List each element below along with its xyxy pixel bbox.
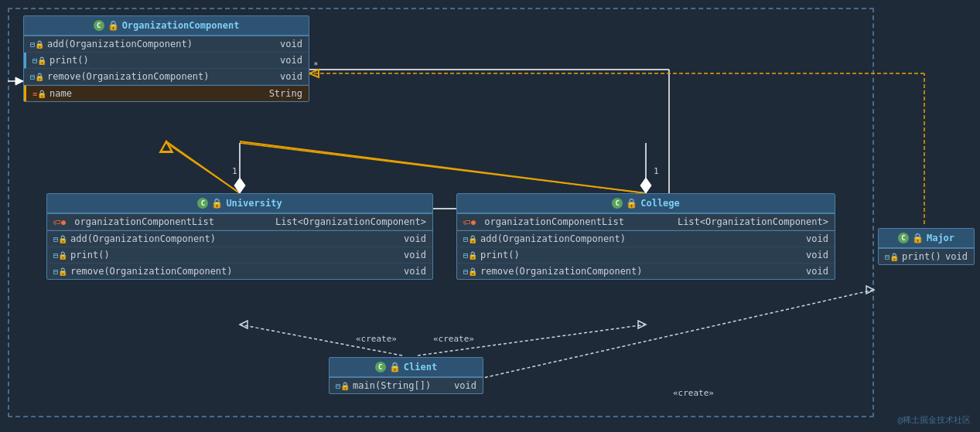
override-icon-remove-univ: ⊟🔒 <box>53 267 67 276</box>
field-type-name-oc: String <box>269 88 302 99</box>
list-icon-univ: 🏷● <box>53 218 66 226</box>
method-row-remove-univ: ⊟🔒 remove(OrganizationComponent) void <box>47 264 432 279</box>
create-label-2: «create» <box>433 334 474 344</box>
asterisk-label: * <box>313 60 319 70</box>
field-icon-name-oc: ≡🔒 <box>32 90 46 98</box>
field-label-list-college: organizationComponentList <box>479 216 674 227</box>
method-row-remove-oc: ⊟🔒 remove(OrganizationComponent) void <box>24 69 309 85</box>
class-header-major: C 🔒 Major <box>879 229 974 248</box>
override-icon-main-client: ⊟🔒 <box>336 382 350 390</box>
method-row-add-oc: ⊟🔒 add(OrganizationComponent) void <box>24 36 309 53</box>
method-label-add-college: add(OrganizationComponent) <box>480 233 803 244</box>
class-title-college: College <box>640 198 680 209</box>
method-label-main-client: main(String[]) <box>353 380 451 391</box>
class-icon-oc: C <box>94 20 104 31</box>
method-label-add-univ: add(OrganizationComponent) <box>70 233 401 244</box>
method-type-remove-univ: void <box>404 266 426 277</box>
class-college: C 🔒 College 🏷● organizationComponentList… <box>456 193 835 280</box>
method-row-print-major: ⊟🔒 print() void <box>879 248 974 264</box>
method-row-add-college: ⊟🔒 add(OrganizationComponent) void <box>457 230 835 247</box>
list-icon-college: 🏷● <box>463 218 476 226</box>
class-header-college: C 🔒 College <box>457 194 835 213</box>
class-organization-component: C 🔒 OrganizationComponent ⊟🔒 add(Organiz… <box>23 15 309 102</box>
class-header-client: C 🔒 Client <box>330 358 483 377</box>
field-row-list-univ: 🏷● organizationComponentList List<Organi… <box>47 213 432 230</box>
method-label-add-oc: add(OrganizationComponent) <box>47 39 277 49</box>
class-icon-univ: C <box>197 198 208 209</box>
one-label-2: 1 <box>654 166 659 176</box>
class-title-client: Client <box>404 362 437 372</box>
override-icon-print-major: ⊟🔒 <box>885 253 899 261</box>
lock-icon-univ: 🔒 <box>211 198 223 209</box>
lock-icon-oc: 🔒 <box>108 20 119 31</box>
method-label-print-oc: print() <box>50 55 277 66</box>
lock-icon-major: 🔒 <box>912 233 924 243</box>
override-icon-remove-college: ⊟🔒 <box>463 267 477 276</box>
create-label-1: «create» <box>356 334 397 344</box>
class-title-oc: OrganizationComponent <box>122 20 240 31</box>
watermark: @稀土掘金技术社区 <box>897 414 971 426</box>
method-label-remove-oc: remove(OrganizationComponent) <box>47 71 277 82</box>
diagram-container: * 1 1 «create» «create» «create» C 🔒 Org… <box>0 0 980 432</box>
override-icon-remove-oc: ⊟🔒 <box>30 73 44 81</box>
lock-icon-client: 🔒 <box>389 362 401 372</box>
method-type-main-client: void <box>454 380 476 391</box>
field-label-list-univ: organizationComponentList <box>69 216 272 227</box>
class-major: C 🔒 Major ⊟🔒 print() void <box>878 228 975 265</box>
method-type-add-oc: void <box>280 39 302 49</box>
method-label-print-univ: print() <box>70 250 401 260</box>
class-header-oc: C 🔒 OrganizationComponent <box>24 16 309 36</box>
field-type-list-college: List<OrganizationComponent> <box>678 216 828 227</box>
class-title-univ: University <box>226 198 282 209</box>
method-type-remove-oc: void <box>280 71 302 82</box>
field-type-list-univ: List<OrganizationComponent> <box>275 216 426 227</box>
class-icon-client: C <box>375 362 386 372</box>
field-label-name-oc: name <box>50 88 266 99</box>
method-label-remove-college: remove(OrganizationComponent) <box>480 266 803 277</box>
field-row-name-oc: ≡🔒 name String <box>24 85 309 101</box>
method-row-remove-college: ⊟🔒 remove(OrganizationComponent) void <box>457 264 835 279</box>
class-title-major: Major <box>927 233 954 243</box>
lock-icon-college: 🔒 <box>626 198 637 209</box>
method-label-print-college: print() <box>480 250 803 260</box>
class-university: C 🔒 University 🏷● organizationComponentL… <box>46 193 433 280</box>
method-row-print-univ: ⊟🔒 print() void <box>47 247 432 264</box>
create-label-3: «create» <box>673 388 714 398</box>
method-row-main-client: ⊟🔒 main(String[]) void <box>330 377 483 393</box>
method-row-print-college: ⊟🔒 print() void <box>457 247 835 264</box>
method-type-remove-college: void <box>806 266 828 277</box>
class-icon-major: C <box>898 233 909 243</box>
method-type-print-oc: void <box>280 55 302 66</box>
method-type-add-univ: void <box>404 233 426 244</box>
class-client: C 🔒 Client ⊟🔒 main(String[]) void <box>329 357 483 394</box>
one-label-1: 1 <box>232 166 237 176</box>
override-icon-print-univ: ⊟🔒 <box>53 251 67 260</box>
field-row-list-college: 🏷● organizationComponentList List<Organi… <box>457 213 835 230</box>
override-icon-print-oc: ⊟🔒 <box>32 56 46 65</box>
class-icon-college: C <box>612 198 623 209</box>
method-type-print-univ: void <box>404 250 426 260</box>
method-row-add-univ: ⊟🔒 add(OrganizationComponent) void <box>47 230 432 247</box>
method-type-print-college: void <box>806 250 828 260</box>
method-label-print-major: print() <box>902 251 942 262</box>
method-label-remove-univ: remove(OrganizationComponent) <box>70 266 401 277</box>
override-icon-add-college: ⊟🔒 <box>463 235 477 243</box>
override-icon-add-univ: ⊟🔒 <box>53 235 67 243</box>
override-icon-print-college: ⊟🔒 <box>463 251 477 260</box>
override-icon-add-oc: ⊟🔒 <box>30 40 44 49</box>
method-type-print-major: void <box>945 251 968 262</box>
method-type-add-college: void <box>806 233 828 244</box>
method-row-print-oc: ⊟🔒 print() void <box>24 53 309 69</box>
class-header-univ: C 🔒 University <box>47 194 432 213</box>
